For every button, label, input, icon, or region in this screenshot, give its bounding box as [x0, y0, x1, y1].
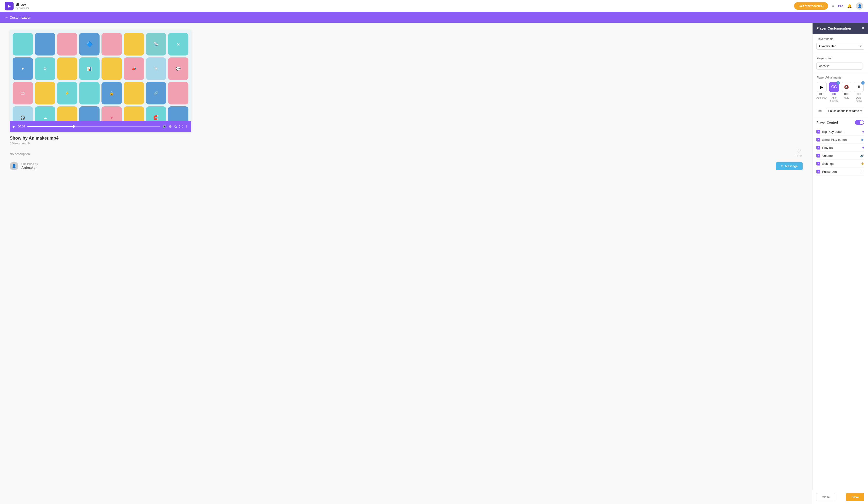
progress-fill: [27, 126, 74, 127]
close-button[interactable]: Close: [816, 493, 835, 501]
right-panel: Player Customisation × Player theme Over…: [812, 23, 868, 504]
volume-control-icon: 🔊: [860, 154, 864, 158]
fullscreen-icon[interactable]: ⛶: [179, 124, 183, 129]
color-hex-input[interactable]: [816, 62, 862, 70]
mute-label: Mute: [844, 97, 849, 99]
icon-tile: ⚙: [35, 58, 55, 80]
panel-close-button[interactable]: ×: [862, 26, 864, 31]
likes-count: 0 Like: [795, 154, 803, 158]
adjustments-label: Player Adjustments: [813, 73, 868, 79]
small-play-arrow-icon: ▶: [861, 138, 864, 141]
fullscreen-checkbox[interactable]: ✓: [816, 170, 820, 173]
mute-icon[interactable]: 🔇: [841, 82, 851, 92]
small-play-label: Small Play button: [822, 138, 847, 141]
color-row: [816, 62, 864, 70]
like-heart-icon[interactable]: ♡: [796, 148, 801, 154]
icon-tile: [79, 82, 100, 104]
publisher-name: Animaker: [21, 166, 38, 170]
publisher-section: 👤 Published by Animaker ✉ Message: [10, 162, 803, 170]
video-actions: No description ♡ 0 Like: [10, 148, 803, 158]
control-fullscreen: ✓ Fullscreen ⛶: [816, 168, 864, 176]
play-button[interactable]: ▶: [13, 124, 15, 129]
auto-subtitle-icon[interactable]: i CC: [829, 82, 839, 92]
bell-icon[interactable]: 🔔: [847, 4, 852, 8]
panel-title: Player Customisation: [816, 27, 851, 30]
save-button[interactable]: Save: [846, 493, 864, 501]
published-by-label: Published by: [21, 162, 38, 166]
player-theme-select[interactable]: Overlay Bar: [816, 43, 864, 50]
video-title: Show by Animaker.mp4: [10, 136, 803, 141]
player-bar: ▶ 00:06 🔊 ⚙ ⧉ ⛶ ⋮: [10, 121, 191, 132]
settings-checkbox[interactable]: ✓: [816, 162, 820, 165]
icon-tile: [124, 82, 144, 104]
auto-play-label: Auto Play: [816, 97, 827, 99]
auto-subtitle-status: ON: [832, 93, 836, 95]
control-settings: ✓ Settings ⚙: [816, 160, 864, 168]
auto-pause-icon[interactable]: i ⏸: [854, 82, 864, 92]
progress-bar[interactable]: [27, 126, 160, 127]
play-bar-label: Play bar: [822, 146, 834, 150]
more-icon[interactable]: ⋮: [185, 124, 188, 129]
video-icons-grid: 🔷 📡 ✕ ▼ ⚙ 📊 📣 🖱 💬 🗃: [10, 30, 191, 132]
icon-tile: [102, 58, 122, 80]
logo: ▶ Show By animaker: [5, 2, 29, 10]
get-started-button[interactable]: Get started(20%): [794, 2, 828, 10]
breadcrumb-back[interactable]: ← Customization: [5, 16, 31, 19]
pip-icon[interactable]: ⧉: [174, 124, 177, 129]
control-left: ✓ Small Play button: [816, 138, 847, 141]
logo-subtitle: By animaker: [16, 7, 29, 9]
player-color-section: Player color: [813, 53, 868, 73]
progress-thumb: [72, 125, 75, 128]
player-color-label: Player color: [816, 57, 864, 60]
fullscreen-label: Fullscreen: [822, 170, 837, 173]
icon-tile: 🔒: [102, 82, 122, 104]
panel-footer: Close Save: [812, 490, 868, 504]
icon-tile: [168, 82, 188, 104]
big-play-checkbox[interactable]: ✓: [816, 130, 820, 133]
volume-icon[interactable]: 🔊: [162, 124, 166, 129]
end-section: End Pause on the last frameLoopShow repl…: [813, 105, 868, 117]
icon-tile: [13, 33, 33, 56]
icon-tile: 🔗: [146, 82, 166, 104]
icon-tile: 📣: [124, 58, 144, 80]
control-small-play: ✓ Small Play button ▶: [816, 136, 864, 144]
player-control-toggle[interactable]: [855, 120, 864, 125]
icon-tile: 📊: [79, 58, 100, 80]
settings-label: Settings: [822, 162, 834, 165]
play-bar-checkbox[interactable]: ✓: [816, 145, 820, 150]
pro-label: Pro: [838, 4, 843, 8]
icon-tile: ▼: [13, 58, 33, 80]
icon-tile: 🔷: [79, 33, 100, 56]
control-left: ✓ Settings: [816, 162, 834, 165]
message-button[interactable]: ✉ Message: [776, 162, 803, 170]
auto-play-status: OFF: [819, 93, 824, 95]
icon-tile: 📡: [146, 33, 166, 56]
panel-header: Player Customisation ×: [813, 23, 868, 34]
icon-tile: [35, 82, 55, 104]
user-avatar[interactable]: 👤: [856, 2, 863, 10]
back-arrow-icon: ←: [5, 16, 8, 19]
logo-icon: ▶: [5, 2, 13, 10]
control-play-bar: ✓ Play bar ●: [816, 144, 864, 152]
end-select[interactable]: Pause on the last frameLoopShow replay b…: [826, 108, 864, 114]
adjustment-auto-pause: i ⏸ OFF Auto Pause: [854, 82, 864, 102]
toggle-thumb: [860, 120, 864, 124]
header-right: Get started(20%) ● Pro 🔔 👤: [794, 2, 863, 10]
app-header: ▶ Show By animaker Get started(20%) ● Pr…: [0, 0, 868, 12]
auto-pause-status: OFF: [856, 93, 861, 95]
fullscreen-control-icon: ⛶: [861, 170, 864, 173]
big-play-label: Big Play button: [822, 130, 843, 133]
player-theme-section: Player theme Overlay Bar: [813, 34, 868, 53]
small-play-checkbox[interactable]: ✓: [816, 138, 820, 141]
icon-tile: 💬: [168, 58, 188, 80]
volume-checkbox[interactable]: ✓: [816, 154, 820, 158]
settings-icon[interactable]: ⚙: [169, 124, 172, 129]
icon-tile: 🗃: [13, 82, 33, 104]
like-section: ♡ 0 Like: [795, 148, 803, 158]
player-icons: 🔊 ⚙ ⧉ ⛶ ⋮: [162, 124, 188, 129]
logo-title: Show: [16, 2, 29, 7]
publisher-avatar: 👤: [10, 162, 18, 170]
big-play-dot-icon: ●: [862, 130, 864, 133]
auto-play-icon[interactable]: ▶: [817, 82, 827, 92]
control-volume: ✓ Volume 🔊: [816, 152, 864, 160]
